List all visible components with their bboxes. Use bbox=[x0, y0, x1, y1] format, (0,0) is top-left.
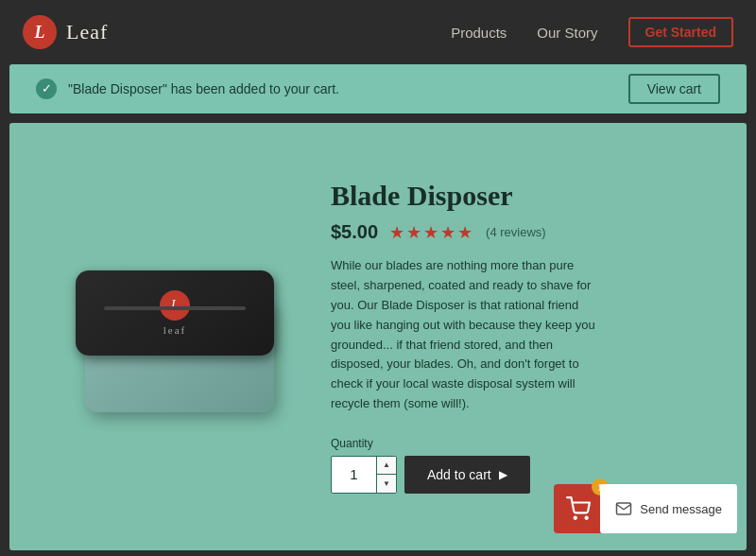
envelope-icon bbox=[615, 500, 632, 517]
cart-icon bbox=[566, 496, 591, 521]
send-message-button[interactable]: Send message bbox=[600, 484, 737, 533]
send-message-label: Send message bbox=[640, 502, 722, 516]
get-started-button[interactable]: Get Started bbox=[628, 17, 733, 47]
notification-bar: ✓ "Blade Disposer" has been added to you… bbox=[9, 64, 747, 113]
nav-links: Products Our Story Get Started bbox=[451, 17, 733, 47]
quantity-down-arrow[interactable]: ▼ bbox=[377, 475, 396, 493]
tin-slot bbox=[104, 306, 246, 310]
product-price: $5.00 bbox=[331, 221, 378, 243]
product-details: Blade Disposer $5.00 ★★★★★ (4 reviews) W… bbox=[312, 180, 709, 493]
btn-arrow-icon: ▶ bbox=[499, 468, 507, 481]
floating-cart-button[interactable]: 1 bbox=[554, 484, 603, 533]
product-section: L leaf Blade Disposer $5.00 ★★★★★ (4 rev… bbox=[9, 123, 747, 550]
product-reviews: (4 reviews) bbox=[486, 225, 546, 239]
tin-logo: L bbox=[160, 290, 190, 321]
tin-lid: L leaf bbox=[76, 270, 274, 356]
price-row: $5.00 ★★★★★ (4 reviews) bbox=[331, 221, 709, 243]
quantity-arrows: ▲ ▼ bbox=[376, 457, 396, 493]
navbar: L Leaf Products Our Story Get Started bbox=[0, 0, 756, 64]
quantity-up-arrow[interactable]: ▲ bbox=[377, 457, 396, 476]
svg-point-1 bbox=[586, 517, 588, 519]
view-cart-button[interactable]: View cart bbox=[628, 74, 720, 104]
notification-text: "Blade Disposer" has been added to your … bbox=[68, 81, 339, 96]
product-image-area: L leaf bbox=[47, 261, 312, 412]
add-to-cart-button[interactable]: Add to cart ▶ bbox=[404, 456, 530, 494]
nav-story[interactable]: Our Story bbox=[537, 25, 597, 41]
brand-name: Leaf bbox=[66, 20, 108, 44]
quantity-input-wrap[interactable]: 1 ▲ ▼ bbox=[331, 456, 397, 494]
logo-icon: L bbox=[23, 15, 57, 49]
tin-brand-text: leaf bbox=[163, 324, 186, 336]
product-title: Blade Disposer bbox=[331, 180, 709, 212]
notification-left: ✓ "Blade Disposer" has been added to you… bbox=[36, 78, 339, 99]
product-stars: ★★★★★ bbox=[389, 222, 474, 243]
check-icon: ✓ bbox=[36, 78, 57, 99]
quantity-label: Quantity bbox=[331, 437, 709, 450]
quantity-value: 1 bbox=[332, 466, 376, 482]
nav-products[interactable]: Products bbox=[451, 25, 507, 41]
add-to-cart-label: Add to cart bbox=[427, 467, 491, 482]
logo-wrap: L Leaf bbox=[23, 15, 451, 49]
svg-point-0 bbox=[575, 517, 576, 519]
product-image: L leaf bbox=[76, 261, 284, 412]
product-description: While our blades are nothing more than p… bbox=[331, 256, 595, 413]
